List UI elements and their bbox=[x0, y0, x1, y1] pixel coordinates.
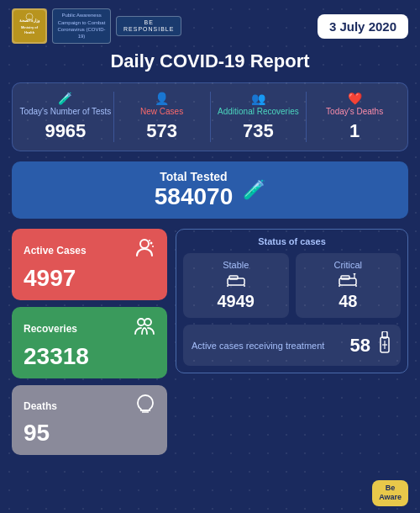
svg-point-22 bbox=[354, 273, 356, 275]
deaths-title: Deaths bbox=[24, 400, 57, 412]
total-tested-card: Total Tested 584070 🧪 bbox=[12, 161, 408, 219]
stable-icon bbox=[190, 273, 282, 290]
recoveries-icon bbox=[134, 315, 155, 341]
deaths-icon bbox=[135, 394, 155, 418]
status-section-label: Status of cases bbox=[183, 236, 401, 246]
todays-deaths-stat: ❤️ Today's Deaths 1 bbox=[306, 92, 402, 142]
active-cases-value: 4997 bbox=[24, 265, 155, 292]
bottom-grid: Active Cases 4997 bbox=[12, 229, 408, 455]
tests-stat: 🧪 Today's Number of Tests 9965 bbox=[18, 92, 113, 142]
header: وزارة الصحة Ministry of Health Public Aw… bbox=[12, 8, 408, 44]
total-tested-value: 584070 bbox=[155, 183, 233, 210]
tests-value: 9965 bbox=[18, 120, 113, 142]
svg-point-8 bbox=[149, 240, 150, 241]
tests-label: Today's Number of Tests bbox=[18, 107, 113, 117]
recoveries-title: Recoveries bbox=[24, 323, 77, 335]
todays-deaths-label: Today's Deaths bbox=[307, 107, 402, 117]
treatment-icon bbox=[377, 331, 392, 359]
todays-deaths-icon: ❤️ bbox=[307, 92, 402, 105]
svg-point-5 bbox=[140, 240, 149, 248]
svg-point-6 bbox=[150, 242, 153, 245]
svg-point-7 bbox=[152, 246, 154, 247]
stable-card: Stable 4949 bbox=[183, 253, 289, 318]
new-cases-label: New Cases bbox=[114, 107, 210, 117]
recoveries-value: 23318 bbox=[24, 343, 155, 370]
deaths-value: 95 bbox=[24, 420, 155, 447]
moh-logo: وزارة الصحة Ministry of Health bbox=[12, 8, 47, 44]
logos: وزارة الصحة Ministry of Health Public Aw… bbox=[12, 8, 181, 44]
left-column: Active Cases 4997 bbox=[12, 229, 167, 455]
date-badge: 3 July 2020 bbox=[318, 14, 408, 39]
treatment-label: Active cases receiving treatment bbox=[192, 341, 344, 351]
svg-text:وزارة الصحة: وزارة الصحة bbox=[19, 18, 40, 24]
deaths-card: Deaths 95 bbox=[12, 385, 167, 455]
svg-text:Ministry of: Ministry of bbox=[21, 25, 39, 29]
svg-text:Health: Health bbox=[24, 30, 35, 34]
treatment-value: 58 bbox=[350, 335, 370, 357]
additional-recoveries-stat: 👥 Additional Recoveries 735 bbox=[210, 92, 307, 142]
svg-point-10 bbox=[144, 319, 151, 325]
stats-row: 🧪 Today's Number of Tests 9965 👤 New Cas… bbox=[12, 82, 408, 151]
status-container: Status of cases Stable bbox=[176, 229, 408, 373]
todays-deaths-value: 1 bbox=[307, 120, 402, 142]
svg-rect-14 bbox=[229, 276, 238, 279]
critical-icon bbox=[302, 273, 395, 290]
stable-value: 4949 bbox=[190, 292, 282, 311]
right-column: Status of cases Stable bbox=[176, 229, 408, 455]
critical-label: Critical bbox=[302, 260, 395, 270]
be-responsible-logo: BE RESPONSIBLE bbox=[116, 16, 181, 35]
be-aware-badge: Be Aware bbox=[372, 480, 408, 506]
total-tested-label: Total Tested bbox=[155, 170, 233, 183]
stable-critical-row: Stable 4949 Critic bbox=[183, 253, 401, 318]
new-cases-icon: 👤 bbox=[114, 92, 210, 105]
new-cases-stat: 👤 New Cases 573 bbox=[113, 92, 210, 142]
awareness-logo: Public Awareness Campaign to Combat Coro… bbox=[52, 8, 111, 44]
stable-label: Stable bbox=[190, 260, 282, 270]
tests-icon: 🧪 bbox=[18, 92, 113, 105]
page-title: Daily COVID-19 Report bbox=[12, 50, 408, 72]
active-cases-card: Active Cases 4997 bbox=[12, 229, 167, 300]
critical-card: Critical 48 bbox=[296, 253, 402, 318]
recoveries-card: Recoveries 23318 bbox=[12, 307, 167, 378]
test-tube-icon: 🧪 bbox=[243, 179, 265, 201]
new-cases-value: 573 bbox=[114, 120, 210, 142]
active-cases-icon bbox=[134, 237, 155, 263]
svg-point-9 bbox=[138, 319, 144, 325]
critical-value: 48 bbox=[302, 292, 395, 311]
active-cases-title: Active Cases bbox=[24, 245, 87, 256]
additional-recoveries-icon: 👥 bbox=[211, 92, 307, 105]
additional-recoveries-value: 735 bbox=[211, 120, 307, 142]
additional-recoveries-label: Additional Recoveries bbox=[211, 107, 307, 117]
treatment-card: Active cases receiving treatment 58 bbox=[183, 325, 401, 366]
svg-rect-18 bbox=[341, 276, 349, 279]
